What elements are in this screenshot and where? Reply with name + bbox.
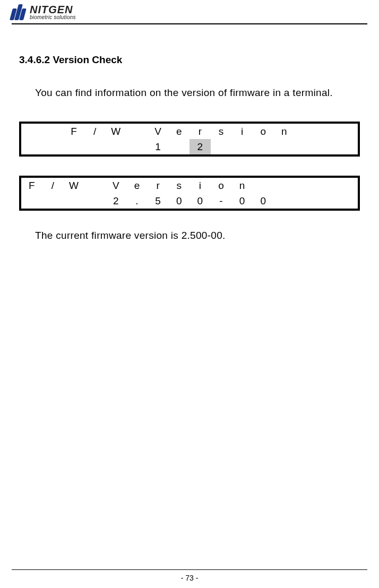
brand-sub: biometric solutions	[30, 15, 76, 20]
section-heading: 3.4.6.2 Version Check	[19, 54, 360, 66]
lcd-cell: 2	[190, 139, 211, 154]
lcd-cell	[274, 178, 295, 193]
lcd-cell	[337, 178, 358, 193]
brand-main: NITGEN	[30, 4, 76, 15]
page-number: - 73 -	[0, 574, 379, 582]
lcd-cell: r	[148, 178, 169, 193]
lcd-cell: /	[42, 178, 64, 193]
lcd-cell	[42, 124, 64, 139]
nitgen-logo-icon	[10, 4, 28, 20]
lcd-cell: .	[126, 193, 148, 209]
lcd-cell: o	[211, 178, 232, 193]
lcd-cell: n	[274, 124, 295, 139]
lcd-cell	[126, 124, 148, 139]
lcd-cell: 0	[168, 193, 190, 209]
lcd-display-menu: F/WVersion 12	[19, 122, 360, 157]
lcd-cell	[84, 178, 106, 193]
result-text: The current firmware version is 2.500-00…	[35, 230, 360, 241]
lcd-cell: e	[168, 124, 190, 139]
lcd-cell: F	[21, 178, 42, 193]
lcd-cell: W	[63, 178, 84, 193]
page-content: 3.4.6.2 Version Check You can find infor…	[0, 24, 379, 241]
lcd-cell	[84, 139, 106, 154]
lcd-cell: r	[190, 124, 211, 139]
lcd-cell	[42, 193, 64, 209]
lcd-cell	[295, 178, 316, 193]
lcd-cell	[126, 139, 148, 154]
lcd-cell: /	[84, 124, 106, 139]
page-header: NITGEN biometric solutions	[0, 0, 379, 20]
lcd-cell	[274, 139, 295, 154]
lcd-cell	[253, 139, 274, 154]
footer-divider	[12, 569, 367, 570]
lcd-row: 12	[21, 139, 358, 154]
lcd-cell	[295, 139, 316, 154]
lcd-cell	[63, 139, 84, 154]
lcd-cell	[63, 193, 84, 209]
lcd-cell	[316, 193, 337, 209]
lcd-cell	[337, 193, 358, 209]
lcd-row: F/WVersion	[21, 178, 358, 193]
lcd-row: 2.500-00	[21, 193, 358, 209]
lcd-cell	[231, 139, 253, 154]
lcd-cell: 1	[148, 139, 169, 154]
lcd-cell	[211, 139, 232, 154]
lcd-display-version: F/WVersion 2.500-00	[19, 176, 360, 211]
lcd-cell: e	[126, 178, 148, 193]
lcd-cell: s	[168, 178, 190, 193]
lcd-cell	[337, 124, 358, 139]
lcd-cell	[21, 139, 42, 154]
lcd-cell	[337, 139, 358, 154]
lcd-cell: o	[253, 124, 274, 139]
lcd-cell	[316, 178, 337, 193]
lcd-cell	[42, 139, 64, 154]
lcd-cell: 0	[253, 193, 274, 209]
intro-paragraph: You can find information on the version …	[35, 85, 360, 100]
lcd-cell	[106, 139, 127, 154]
lcd-cell	[274, 193, 295, 209]
lcd-cell	[168, 139, 190, 154]
lcd-cell	[316, 124, 337, 139]
lcd-cell: 0	[231, 193, 253, 209]
lcd-cell: i	[190, 178, 211, 193]
lcd-cell: W	[106, 124, 127, 139]
lcd-cell	[253, 178, 274, 193]
lcd-cell: V	[106, 178, 127, 193]
lcd-cell: V	[148, 124, 169, 139]
lcd-cell	[295, 124, 316, 139]
lcd-cell: n	[231, 178, 253, 193]
brand-text-block: NITGEN biometric solutions	[30, 4, 76, 20]
lcd-cell: i	[231, 124, 253, 139]
lcd-cell	[295, 193, 316, 209]
lcd-cell: s	[211, 124, 232, 139]
lcd-cell: 5	[148, 193, 169, 209]
lcd-cell: F	[63, 124, 84, 139]
lcd-cell	[84, 193, 106, 209]
lcd-cell: 0	[190, 193, 211, 209]
lcd-cell	[21, 124, 42, 139]
lcd-row: F/WVersion	[21, 124, 358, 139]
lcd-cell	[316, 139, 337, 154]
lcd-cell	[21, 193, 42, 209]
lcd-cell: -	[211, 193, 232, 209]
lcd-cell: 2	[106, 193, 127, 209]
